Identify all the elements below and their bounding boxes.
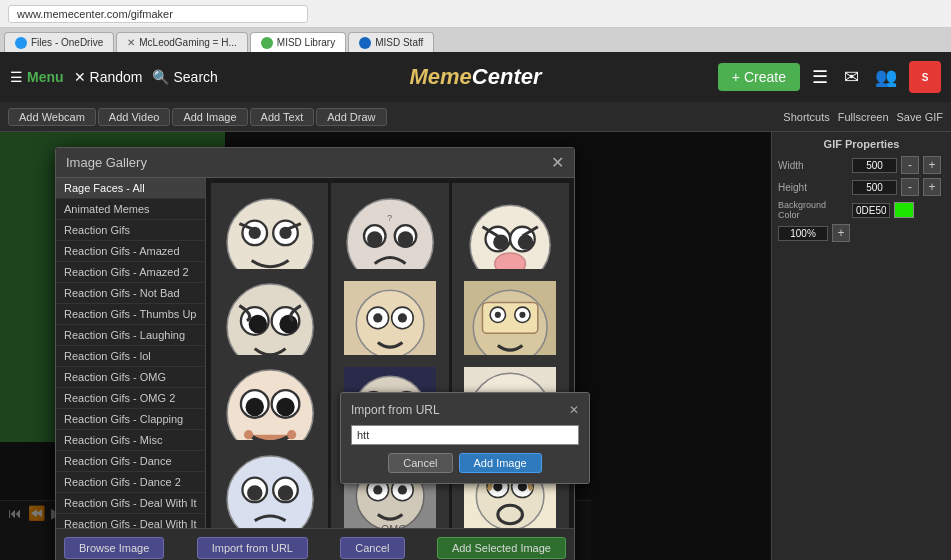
avatar[interactable]: S <box>909 61 941 93</box>
browse-image-button[interactable]: Browse Image <box>64 537 164 559</box>
sidebar-item-reaction-gifs[interactable]: Reaction Gifs <box>56 220 205 241</box>
random-label: Random <box>90 69 143 85</box>
sidebar-item-amazed[interactable]: Reaction Gifs - Amazed <box>56 241 205 262</box>
svg-point-21 <box>279 315 297 333</box>
color-swatch[interactable] <box>894 202 914 218</box>
canvas-area: ⏮ ⏪ ▶ ⏩ ⏭ Text Field (0) Image Gallery ✕… <box>0 132 771 560</box>
svg-point-34 <box>520 312 526 318</box>
width-row: Width - + <box>778 156 945 174</box>
svg-point-27 <box>398 314 407 323</box>
sidebar-item-dealwith[interactable]: Reaction Gifs - Deal With It <box>56 493 205 514</box>
url-cancel-button[interactable]: Cancel <box>388 453 452 473</box>
width-input[interactable] <box>852 158 897 173</box>
tab-misd-staff[interactable]: MISD Staff <box>348 32 434 52</box>
users-icon-button[interactable]: 👥 <box>871 62 901 92</box>
fullscreen-label: Fullscreen <box>838 111 889 123</box>
svg-point-20 <box>248 315 266 333</box>
percent-row: + <box>778 224 945 242</box>
shortcuts-label: Shortcuts <box>783 111 829 123</box>
sidebar-item-dance[interactable]: Reaction Gifs - Dance <box>56 451 205 472</box>
svg-point-59 <box>277 485 292 500</box>
logo: MemeCenter <box>409 64 541 90</box>
sidebar-item-thumbsup[interactable]: Reaction Gifs - Thumbs Up <box>56 304 205 325</box>
width-label: Width <box>778 160 848 171</box>
gallery-close-button[interactable]: ✕ <box>551 153 564 172</box>
svg-point-58 <box>247 485 262 500</box>
search-button[interactable]: 🔍 Search <box>152 69 217 85</box>
sidebar-item-misc[interactable]: Reaction Gifs - Misc <box>56 430 205 451</box>
svg-point-40 <box>244 430 253 439</box>
svg-point-15 <box>518 234 533 249</box>
url-dialog-title-text: Import from URL <box>351 403 440 417</box>
browser-tabs: Files - OneDrive ✕ McLeodGaming = H... M… <box>0 28 951 52</box>
tab-mcleod[interactable]: ✕ McLeodGaming = H... <box>116 32 248 52</box>
svg-point-38 <box>245 398 263 416</box>
menu-button[interactable]: ☰ Menu <box>10 69 64 85</box>
create-button[interactable]: + Create <box>718 63 800 91</box>
height-row: Height - + <box>778 178 945 196</box>
svg-point-14 <box>493 234 508 249</box>
tab-onedrive[interactable]: Files - OneDrive <box>4 32 114 52</box>
percent-input[interactable] <box>778 226 828 241</box>
svg-point-26 <box>373 314 382 323</box>
sidebar-item-notbad[interactable]: Reaction Gifs - Not Bad <box>56 283 205 304</box>
menu-label: Menu <box>27 69 64 85</box>
svg-point-64 <box>373 485 382 494</box>
svg-point-65 <box>398 485 407 494</box>
toolbar: Add Webcam Add Video Add Image Add Text … <box>0 102 951 132</box>
shortcuts-button[interactable]: ☰ <box>808 62 832 92</box>
height-minus-button[interactable]: - <box>901 178 919 196</box>
img-thumb-10[interactable] <box>211 440 328 528</box>
gallery-sidebar: Rage Faces - All Animated Memes Reaction… <box>56 178 206 528</box>
sidebar-item-laughing[interactable]: Reaction Gifs - Laughing <box>56 325 205 346</box>
add-webcam-button[interactable]: Add Webcam <box>8 108 96 126</box>
mail-icon-button[interactable]: ✉ <box>840 62 863 92</box>
sidebar-item-omg[interactable]: Reaction Gifs - OMG <box>56 367 205 388</box>
add-draw-button[interactable]: Add Draw <box>316 108 386 126</box>
sidebar-item-lol[interactable]: Reaction Gifs - lol <box>56 346 205 367</box>
hamburger-icon: ☰ <box>10 69 23 85</box>
url-dialog: Import from URL ✕ Cancel Add Image <box>340 392 590 484</box>
browser-url: www.memecenter.com/gifmaker <box>8 5 308 23</box>
bgcolor-label: Background Color <box>778 200 848 220</box>
url-add-button[interactable]: Add Image <box>459 453 542 473</box>
tab-misd-lib[interactable]: MISD Library <box>250 32 346 52</box>
sidebar-item-animated[interactable]: Animated Memes <box>56 199 205 220</box>
svg-point-39 <box>276 398 294 416</box>
svg-point-41 <box>287 430 296 439</box>
sidebar-item-dealwith2[interactable]: Reaction Gifs - Deal With It 2 <box>56 514 205 528</box>
sidebar-item-clapping[interactable]: Reaction Gifs - Clapping <box>56 409 205 430</box>
top-nav: ☰ Menu ✕ Random 🔍 Search MemeCenter + Cr… <box>0 52 951 102</box>
add-video-button[interactable]: Add Video <box>98 108 171 126</box>
sidebar-item-amazed2[interactable]: Reaction Gifs - Amazed 2 <box>56 262 205 283</box>
svg-point-33 <box>495 312 501 318</box>
browser-bar: www.memecenter.com/gifmaker <box>0 0 951 28</box>
height-input[interactable] <box>852 180 897 195</box>
import-url-button[interactable]: Import from URL <box>197 537 308 559</box>
sidebar-item-dance2[interactable]: Reaction Gifs - Dance 2 <box>56 472 205 493</box>
sidebar-item-rage-all[interactable]: Rage Faces - All <box>56 178 205 199</box>
url-input[interactable] <box>351 425 579 445</box>
search-icon: 🔍 <box>152 69 169 85</box>
gallery-modal: Image Gallery ✕ Rage Faces - All Animate… <box>55 147 575 560</box>
random-icon: ✕ <box>74 69 86 85</box>
add-text-button[interactable]: Add Text <box>250 108 315 126</box>
url-dialog-close[interactable]: ✕ <box>569 403 579 417</box>
bgcolor-input[interactable] <box>852 203 890 218</box>
url-dialog-header: Import from URL ✕ <box>351 403 579 417</box>
sidebar-item-omg2[interactable]: Reaction Gifs - OMG 2 <box>56 388 205 409</box>
width-plus-button[interactable]: + <box>923 156 941 174</box>
gallery-footer: Browse Image Import from URL Cancel Add … <box>56 528 574 560</box>
random-button[interactable]: ✕ Random <box>74 69 143 85</box>
percent-plus-button[interactable]: + <box>832 224 850 242</box>
svg-text:OMG: OMG <box>381 523 407 528</box>
gallery-title: Image Gallery <box>66 155 147 170</box>
add-selected-image-button[interactable]: Add Selected Image <box>437 537 566 559</box>
url-dialog-buttons: Cancel Add Image <box>351 453 579 473</box>
gallery-cancel-button[interactable]: Cancel <box>340 537 404 559</box>
bgcolor-row: Background Color <box>778 200 945 220</box>
width-minus-button[interactable]: - <box>901 156 919 174</box>
add-image-button[interactable]: Add Image <box>172 108 247 126</box>
height-plus-button[interactable]: + <box>923 178 941 196</box>
save-gif-label: Save GIF <box>897 111 943 123</box>
